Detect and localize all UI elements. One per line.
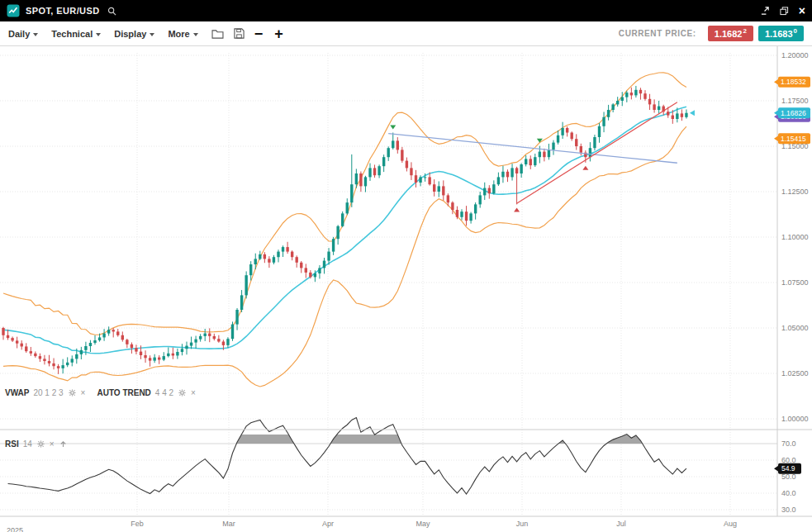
vwap-indicator-params: 20 1 2 3 — [33, 388, 63, 397]
symbol-title: SPOT, EUR/USD — [26, 6, 100, 16]
zoom-in-button[interactable]: + — [274, 26, 283, 41]
svg-text:Aug: Aug — [724, 520, 737, 528]
chevron-down-icon — [96, 33, 101, 36]
svg-text:Mar: Mar — [222, 520, 235, 528]
rsi-indicator-labels: RSI 14 × — [5, 439, 67, 449]
svg-text:2025: 2025 — [7, 526, 23, 532]
open-folder-icon[interactable] — [211, 29, 224, 39]
svg-text:1.05000: 1.05000 — [781, 324, 809, 332]
svg-text:1.02500: 1.02500 — [781, 369, 809, 378]
vwap-remove-icon[interactable]: × — [81, 389, 86, 397]
autotrend-settings-icon[interactable] — [178, 389, 186, 397]
svg-text:1.16826: 1.16826 — [781, 109, 806, 117]
ask-price-button[interactable]: 1.16830 — [758, 26, 804, 41]
svg-text:40.0: 40.0 — [781, 489, 796, 497]
autotrend-remove-icon[interactable]: × — [191, 389, 196, 397]
chevron-down-icon — [150, 33, 154, 36]
rsi-remove-icon[interactable]: × — [50, 440, 55, 449]
svg-text:1.12500: 1.12500 — [781, 188, 809, 196]
rsi-settings-icon[interactable] — [37, 440, 45, 448]
rsi-move-up-icon[interactable] — [59, 440, 67, 448]
svg-text:70.0: 70.0 — [781, 439, 796, 448]
svg-text:Feb: Feb — [131, 520, 144, 528]
restore-window-icon[interactable] — [780, 7, 789, 16]
chevron-down-icon — [193, 33, 198, 36]
svg-text:1.00000: 1.00000 — [781, 415, 809, 423]
app-logo-icon — [7, 4, 20, 17]
menu-technical[interactable]: Technical — [51, 29, 101, 39]
menu-more[interactable]: More — [168, 29, 197, 39]
autotrend-indicator-params: 4 4 2 — [155, 388, 173, 397]
svg-text:1.10000: 1.10000 — [781, 233, 809, 241]
vwap-settings-icon[interactable] — [69, 389, 76, 397]
svg-text:Apr: Apr — [322, 520, 334, 528]
overlay-indicator-labels: VWAP 20 1 2 3 × AUTO TREND 4 4 2 × — [5, 388, 196, 397]
zoom-out-button[interactable]: − — [254, 26, 264, 41]
bid-price-button[interactable]: 1.16822 — [708, 26, 753, 41]
svg-text:1.17500: 1.17500 — [781, 97, 809, 105]
autotrend-indicator-name: AUTO TREND — [97, 388, 150, 397]
vwap-indicator-name: VWAP — [5, 388, 29, 397]
svg-text:1.18532: 1.18532 — [781, 78, 806, 86]
close-window-icon[interactable]: × — [799, 5, 805, 17]
svg-text:Jun: Jun — [516, 520, 529, 528]
chart-area: FebMarAprMayJunJulAug20251.200001.175001… — [0, 46, 812, 532]
price-chart[interactable]: FebMarAprMayJunJulAug20251.200001.175001… — [0, 46, 812, 532]
svg-text:60.0: 60.0 — [781, 456, 796, 464]
svg-text:1.15415: 1.15415 — [781, 135, 806, 143]
titlebar: SPOT, EUR/USD × — [0, 0, 812, 21]
svg-text:1.20000: 1.20000 — [781, 51, 809, 59]
current-price-label: CURRENT PRICE: — [619, 29, 696, 38]
svg-text:May: May — [415, 520, 430, 528]
svg-text:30.0: 30.0 — [781, 506, 796, 514]
menu-display[interactable]: Display — [114, 29, 154, 39]
symbol-search-icon[interactable] — [107, 7, 116, 16]
rsi-indicator-params: 14 — [23, 439, 32, 449]
chevron-down-icon — [33, 33, 38, 36]
save-icon[interactable] — [234, 28, 245, 39]
svg-text:1.07500: 1.07500 — [781, 278, 809, 287]
menu-timeframe[interactable]: Daily — [8, 29, 38, 39]
svg-text:54.9: 54.9 — [781, 464, 795, 473]
toolbar: Daily Technical Display More − + CURRENT… — [0, 21, 812, 46]
svg-text:Jul: Jul — [616, 520, 626, 528]
rsi-indicator-name: RSI — [5, 439, 19, 449]
dock-window-icon[interactable] — [761, 7, 770, 16]
